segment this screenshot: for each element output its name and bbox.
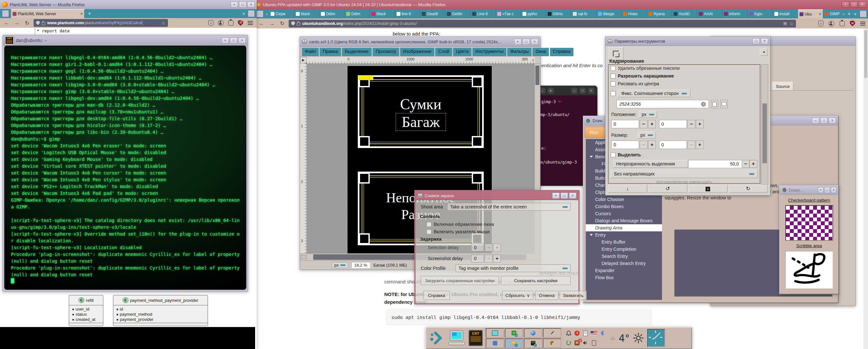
delete-preset-button[interactable]: ×	[688, 185, 727, 193]
reload-button[interactable]: ↻	[23, 19, 31, 27]
size-w-input[interactable]: 0	[611, 141, 639, 149]
browser-tab[interactable]: line 6 ×	[395, 9, 420, 19]
sidebar-item[interactable]: Entry	[586, 231, 662, 238]
restore-button[interactable]: ▪	[842, 2, 849, 8]
option-fixed-ratio[interactable]: Фикс. Соотношение сторон	[611, 89, 690, 97]
browser-tab[interactable]: Ryana ×	[647, 9, 672, 19]
new-tab-button[interactable]: +	[88, 10, 91, 17]
account-icon[interactable]	[218, 20, 224, 26]
option-mouse-pointer[interactable]: Включить указатель мыши	[427, 229, 490, 234]
container-tabs-icon[interactable]	[248, 10, 255, 17]
maximize-button[interactable]: □	[752, 38, 760, 44]
close-button[interactable]: ×	[531, 39, 538, 45]
volume-icon[interactable]	[583, 341, 588, 345]
increment-button[interactable]: +	[696, 120, 704, 128]
size-unit-selector[interactable]: px	[638, 132, 656, 139]
titlebar[interactable]: Drawi... ▪ □ ×	[780, 186, 838, 195]
menu-icon[interactable]: ≡	[548, 88, 554, 94]
adblock-icon[interactable]: w 13	[238, 20, 243, 26]
close-button[interactable]: ×	[761, 38, 768, 44]
browser-tab[interactable]: «Так с ×	[496, 9, 521, 19]
guides-dropdown[interactable]: Без направляющих	[611, 170, 758, 178]
sidebar-item[interactable]: Entry Completion	[586, 245, 662, 253]
load-settings-button[interactable]: Загрузить сохраненные настройки	[421, 276, 499, 285]
menu-item[interactable]: Инструменты	[472, 48, 506, 56]
maximize-button[interactable]: □	[580, 88, 586, 94]
minimize-button[interactable]: –	[812, 118, 819, 124]
menu-item[interactable]: Слой	[435, 48, 452, 56]
container-tabs-icon[interactable]	[860, 10, 867, 18]
browser-tab[interactable]: Серж ×	[269, 9, 294, 19]
back-button[interactable]: ←	[258, 20, 266, 27]
maximize-button[interactable]: □	[825, 187, 830, 193]
notifications-bell-icon[interactable]	[566, 330, 571, 336]
browser-tab[interactable]: GIMP ×	[823, 9, 841, 19]
option-window-frame[interactable]: Включая обрамление окна	[427, 222, 494, 227]
tracking-shield-icon[interactable]	[291, 21, 295, 26]
tab-close-icon[interactable]: ×	[81, 11, 83, 16]
help-button[interactable]: Справка	[423, 291, 450, 300]
browser-tab[interactable]: black ×	[294, 9, 319, 19]
browser-tab[interactable]: GitHu ×	[546, 9, 571, 19]
maximize-button[interactable]: □	[820, 118, 828, 124]
terminal-launcher-icon[interactable]	[447, 330, 466, 346]
menu-item[interactable]: Цвета	[453, 48, 471, 56]
update-badge-icon[interactable]: 4	[575, 330, 580, 336]
back-button[interactable]: ←	[3, 19, 10, 27]
restore-button[interactable]: ▪	[221, 37, 229, 43]
bluetooth-icon[interactable]	[600, 330, 604, 336]
titlebar[interactable]: cards.xcf-1.0 (Цвета RGB 8 бит, нелинейн…	[300, 37, 540, 47]
code-block[interactable]: sudo apt install gimp libgegl-0.4-0t64 l…	[386, 310, 652, 325]
scrollbar-thumb[interactable]	[535, 66, 539, 85]
quick-mask-toggle[interactable]	[300, 253, 307, 261]
extensions-icon[interactable]	[228, 20, 234, 26]
save-presets-button[interactable]: ↓	[608, 185, 647, 193]
launcher-gimp-active[interactable]: +	[505, 338, 523, 348]
adblock-icon[interactable]: w 3	[850, 21, 855, 27]
decrement-button[interactable]: −	[640, 141, 647, 149]
sidebar-item[interactable]: Entry Buffer	[586, 238, 662, 245]
browser-tab[interactable]: Ubu ×	[798, 9, 823, 19]
device-icon[interactable]	[592, 340, 596, 346]
restore-button[interactable]: ▪	[552, 193, 560, 199]
url-bar[interactable]: www.plantuml.com/plantuml/uml/SyfFKj2rKt…	[34, 19, 168, 27]
maximize-button[interactable]: □	[230, 37, 237, 43]
scribble-canvas[interactable]	[785, 251, 833, 289]
sidebar-item[interactable]: Dialogs and Message Boxes	[586, 217, 662, 224]
weather-sun-icon[interactable]	[633, 332, 644, 344]
browser-tab[interactable]: Ddim ×	[345, 9, 370, 19]
titlebar[interactable]: Ubuntu PPA updated with GIMP 3.0 for Ubu…	[255, 0, 868, 10]
restore-button[interactable]: ▪	[230, 2, 238, 8]
reload-button[interactable]: ↻	[278, 20, 286, 27]
position-unit-selector[interactable]: px	[639, 111, 657, 118]
browser-tab[interactable]: GearB ×	[420, 9, 445, 19]
decrement-button[interactable]: −	[687, 120, 695, 128]
browser-tab[interactable]: Line 6 ×	[470, 9, 496, 19]
sidebar-item[interactable]: Color Chooser	[586, 196, 662, 203]
tab-scroll-left-icon[interactable]: ‹	[266, 11, 268, 17]
selection-delay-input[interactable]: 0	[471, 244, 484, 252]
url-bar[interactable]: ubuntuhandbook.org/index.php/2024/11/ins…	[289, 20, 796, 27]
decrement-button[interactable]: −	[640, 120, 647, 128]
launcher-package[interactable]	[486, 338, 504, 348]
checkerboard-canvas[interactable]	[785, 205, 833, 241]
browser-tab[interactable]: PlantUML Web Server ×	[11, 9, 85, 18]
scrollbar-thumb[interactable]	[864, 30, 867, 78]
crt-launcher-icon[interactable]: CRT	[469, 330, 483, 346]
menu-item[interactable]: Окна	[532, 48, 549, 56]
firefox-view-icon[interactable]	[256, 10, 264, 18]
maximize-button[interactable]: □	[239, 2, 246, 8]
list-tabs-icon[interactable]: ∨	[242, 11, 245, 16]
maximize-button[interactable]: □	[561, 193, 568, 199]
close-button[interactable]: ×	[238, 37, 246, 43]
browser-tab[interactable]: Курс ×	[748, 9, 773, 19]
browser-tab[interactable]: AsciiD ×	[672, 9, 697, 19]
bookmark-star-icon[interactable]: ☆	[161, 20, 165, 26]
terminal-screen[interactable]: Настраивается пакет libgegl-0.4-0t64:amd…	[4, 46, 246, 290]
list-tabs-icon[interactable]: ∨	[854, 11, 857, 16]
launcher-monitor[interactable]	[486, 328, 504, 338]
titlebar[interactable]: PlantUML Web Server — Mozilla Firefox ▪ …	[0, 0, 257, 9]
sidebar-item[interactable]: Search Entry	[586, 253, 662, 260]
scrollbar-thumb[interactable]	[763, 104, 767, 163]
menu-icon[interactable]	[248, 21, 253, 25]
